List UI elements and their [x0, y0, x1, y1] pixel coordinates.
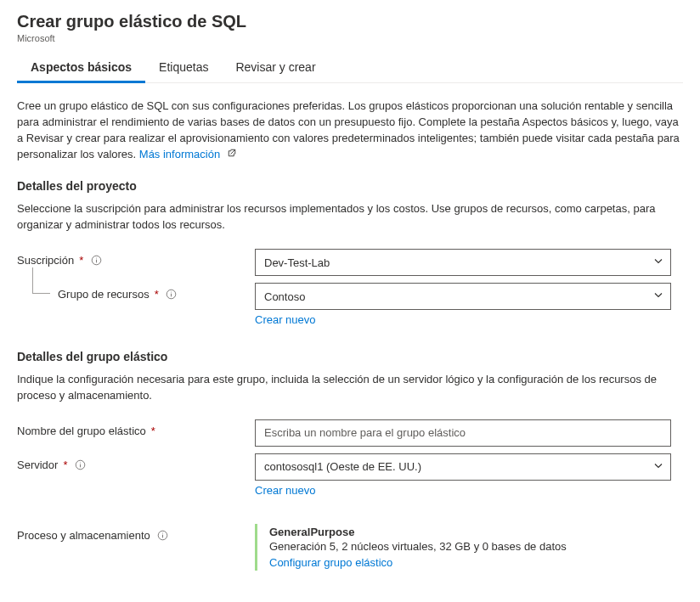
compute-summary: GeneralPurpose Generación 5, 2 núcleos v…	[255, 524, 671, 571]
intro-body: Cree un grupo elástico de SQL con sus co…	[17, 99, 680, 160]
svg-point-7	[80, 462, 81, 463]
resource-group-select[interactable]: Contoso	[255, 283, 671, 310]
external-link-icon	[227, 148, 237, 162]
tab-basics[interactable]: Aspectos básicos	[17, 52, 145, 83]
required-mark: *	[63, 459, 67, 471]
row-subscription: Suscripción * Dev-Test-Lab	[17, 249, 683, 276]
server-create-new-link[interactable]: Crear nuevo	[255, 484, 316, 497]
compute-detail: Generación 5, 2 núcleos virtuales, 32 GB…	[269, 540, 671, 553]
row-compute-storage: Proceso y almacenamiento GeneralPurpose …	[17, 524, 683, 571]
svg-point-4	[171, 292, 172, 293]
row-server: Servidor * contososql1 (Oeste de EE. UU.…	[17, 453, 683, 497]
subscription-select[interactable]: Dev-Test-Lab	[255, 249, 671, 276]
label-compute-storage: Proceso y almacenamiento	[17, 524, 255, 542]
required-mark: *	[79, 254, 83, 267]
svg-point-10	[162, 532, 163, 533]
server-value: contososql1 (Oeste de EE. UU.)	[264, 460, 421, 473]
chevron-down-icon	[653, 290, 663, 303]
row-pool-name: Nombre del grupo elástico *	[17, 419, 683, 447]
info-icon[interactable]	[90, 255, 102, 267]
compute-tier: GeneralPurpose	[269, 526, 671, 538]
info-icon[interactable]	[157, 529, 169, 541]
configure-pool-link[interactable]: Configurar grupo elástico	[269, 556, 392, 569]
label-resource-group: Grupo de recursos *	[17, 283, 255, 301]
section-pool-title: Detalles del grupo elástico	[17, 350, 683, 363]
section-project-title: Detalles del proyecto	[17, 179, 683, 193]
subscription-label-text: Suscripción	[17, 254, 74, 267]
tab-tags[interactable]: Etiquetas	[145, 52, 222, 83]
page-title: Crear grupo elástico de SQL	[17, 12, 683, 31]
rg-create-new-link[interactable]: Crear nuevo	[255, 313, 316, 326]
svg-point-1	[96, 258, 97, 259]
chevron-down-icon	[653, 256, 663, 269]
chevron-down-icon	[653, 460, 663, 473]
pool-name-label-text: Nombre del grupo elástico	[17, 425, 146, 437]
tabs-bar: Aspectos básicos Etiquetas Revisar y cre…	[17, 52, 683, 83]
info-icon[interactable]	[166, 289, 178, 301]
publisher-label: Microsoft	[17, 33, 683, 43]
label-server: Servidor *	[17, 453, 255, 471]
compute-label-text: Proceso y almacenamiento	[17, 529, 150, 542]
required-mark: *	[151, 425, 155, 437]
required-mark: *	[155, 288, 159, 301]
more-info-link[interactable]: Más información	[139, 148, 220, 160]
rg-label-text: Grupo de recursos	[58, 288, 150, 301]
tab-review-create[interactable]: Revisar y crear	[222, 52, 329, 83]
section-project-text: Seleccione la suscripción para administr…	[17, 201, 680, 233]
label-subscription: Suscripción *	[17, 249, 255, 267]
subscription-value: Dev-Test-Lab	[264, 256, 330, 269]
row-resource-group: Grupo de recursos * Contoso Crear nuevo	[17, 283, 683, 326]
server-label-text: Servidor	[17, 459, 58, 471]
server-select[interactable]: contososql1 (Oeste de EE. UU.)	[255, 453, 671, 481]
info-icon[interactable]	[74, 459, 86, 470]
section-pool-text: Indique la configuración necesaria para …	[17, 372, 680, 404]
label-pool-name: Nombre del grupo elástico *	[17, 419, 255, 437]
pool-name-input[interactable]	[255, 419, 671, 447]
intro-text: Cree un grupo elástico de SQL con sus co…	[17, 98, 680, 162]
rg-value: Contoso	[264, 290, 305, 303]
